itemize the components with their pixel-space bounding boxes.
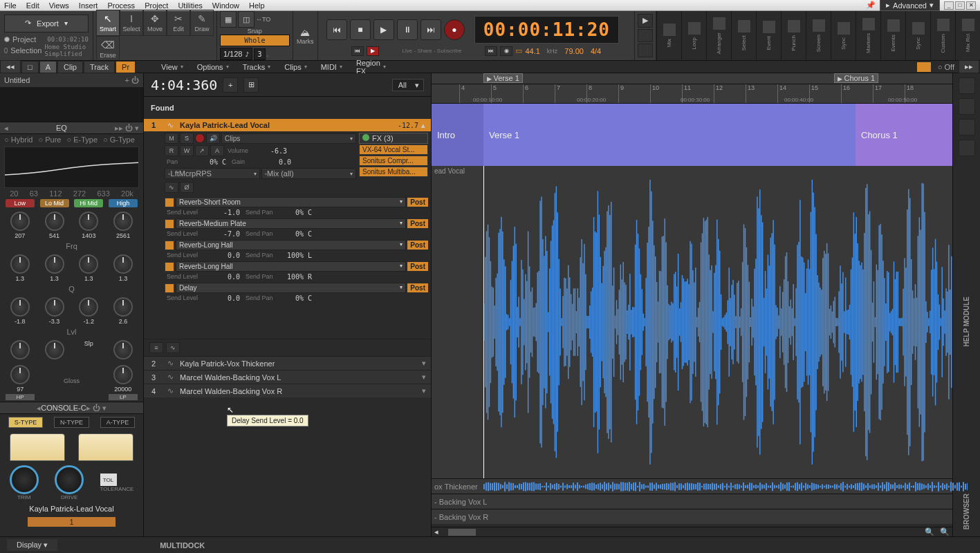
close-button[interactable]: ✕	[966, 1, 976, 10]
zoom-out-icon[interactable]: 🔍	[922, 527, 937, 536]
send-1-pan[interactable]: 0% C	[279, 229, 314, 238]
lp-knob[interactable]	[113, 365, 133, 384]
export-button[interactable]: ↷ Export ▾	[4, 15, 89, 32]
sub-rewind[interactable]: ⏮	[351, 46, 364, 56]
clips-menu[interactable]: Clips	[280, 62, 311, 73]
sub-end[interactable]: ⏭	[485, 46, 497, 56]
track-option-2[interactable]: ∿	[166, 342, 180, 353]
tab-track[interactable]: Track	[84, 61, 115, 73]
send-4-name[interactable]: Delay	[176, 283, 406, 293]
track-option-1[interactable]: ≡	[149, 342, 163, 353]
view-menu[interactable]: View	[157, 62, 187, 73]
send-0-post[interactable]: Post	[407, 198, 428, 207]
fx-header[interactable]: FX (3)	[359, 133, 428, 144]
zoom-in-icon[interactable]: 🔍	[937, 527, 952, 536]
console-type-s[interactable]: S-TYPE	[8, 417, 44, 428]
hscroll-left[interactable]: ◂	[432, 527, 441, 536]
eq-band-himid[interactable]: Hi Mid	[74, 199, 103, 207]
rewind-button[interactable]: ⏮	[326, 19, 347, 40]
module-arranger[interactable]: Arranger	[706, 11, 731, 60]
tool-draw[interactable]: ✎Draw	[190, 10, 214, 36]
marker-chorus1[interactable]: ▶ Chorus 1	[834, 73, 878, 83]
hscroll-thumb[interactable]	[448, 529, 476, 536]
send-2-post[interactable]: Post	[407, 241, 428, 250]
send-3-pan[interactable]: 100% R	[279, 272, 314, 281]
right-tool-2[interactable]	[959, 98, 975, 115]
add-track-button[interactable]: + ⏻	[125, 76, 139, 84]
menu-project[interactable]: Project	[145, 1, 168, 10]
module-select[interactable]: Select	[731, 11, 756, 60]
eq-knob-himid-q[interactable]	[79, 254, 98, 274]
console-type-a[interactable]: A-TYPE	[100, 417, 136, 428]
send-4-level[interactable]: 0.0	[207, 294, 242, 303]
play-button[interactable]: ▶	[373, 19, 394, 40]
eq-knob-slp1[interactable]	[10, 340, 30, 359]
eq-mode-gtype[interactable]: G-Type	[103, 135, 135, 144]
eq-mode-hybrid[interactable]: Hybrid	[4, 135, 33, 144]
tool-select[interactable]: ⅠSelect	[120, 10, 143, 36]
eq-knob-slp4[interactable]	[113, 340, 133, 359]
send-2-name[interactable]: Reverb-Long Hall	[176, 240, 406, 250]
track-filter[interactable]: All	[392, 79, 424, 91]
track-1-header[interactable]: 1 ∿ Kayla Patrick-Lead Vocal -12.7 ▴	[144, 119, 431, 131]
pan-value[interactable]: 0% C	[194, 158, 228, 167]
snap-whole[interactable]: Whole	[220, 35, 290, 46]
send-0-power[interactable]	[165, 198, 174, 207]
waveform-view-button[interactable]: ∿	[165, 182, 178, 193]
module-screen[interactable]: Screen	[806, 11, 831, 60]
menu-views[interactable]: Views	[49, 1, 69, 10]
export-project-radio[interactable]: Project	[12, 35, 36, 44]
module-custom[interactable]: Custom	[930, 11, 955, 60]
module-markers[interactable]: Markers	[856, 11, 880, 60]
volume-value[interactable]: -6.3	[255, 147, 289, 156]
mute-button[interactable]: M	[165, 133, 178, 144]
off-toggle[interactable]: ○ Off	[934, 63, 959, 71]
record-button[interactable]: ●	[444, 19, 465, 40]
eq-mode-pure[interactable]: Pure	[39, 135, 62, 144]
snap-resolution[interactable]: 1/128 ♪	[220, 48, 253, 60]
drive-knob[interactable]	[55, 465, 84, 494]
loop-play-button[interactable]: ▶	[638, 14, 653, 28]
send-3-level[interactable]: 0.0	[207, 272, 242, 281]
module-sync[interactable]: Sync	[831, 11, 856, 60]
midi-menu[interactable]: MIDI	[317, 62, 346, 73]
tool-smart[interactable]: ↖Smart	[96, 10, 120, 36]
section-verse1[interactable]: Verse 1	[483, 104, 856, 166]
playhead[interactable]	[483, 166, 484, 478]
mini-track-4[interactable]: - Backing Vox R	[432, 509, 952, 524]
tab-pr[interactable]: Pr	[115, 61, 136, 73]
fx-item-2[interactable]: Sonitus Compr...	[359, 156, 428, 166]
display-button[interactable]: Display ▾	[7, 539, 57, 551]
sample-rate[interactable]: 44.1	[525, 47, 539, 55]
eq-knob-high-freq[interactable]	[113, 212, 133, 231]
eq-band-low[interactable]: Low	[6, 199, 35, 207]
sub-play[interactable]: ▶	[367, 46, 379, 56]
eq-knob-low-lvl[interactable]	[10, 297, 30, 317]
send-4-pan[interactable]: 0% C	[279, 294, 314, 303]
right-tool-1[interactable]	[959, 77, 975, 94]
right-tool-4[interactable]	[959, 140, 975, 156]
send-1-power[interactable]	[165, 219, 174, 229]
send-3-name[interactable]: Reverb-Long Hall	[176, 261, 406, 272]
loop-mode-button[interactable]	[638, 29, 653, 43]
tool-edit[interactable]: ✂Edit	[167, 10, 190, 36]
marker-lane[interactable]: ▶ Verse 1 ▶ Chorus 1	[432, 73, 952, 84]
send-0-name[interactable]: Reverb-Short Room	[176, 197, 406, 207]
track-4[interactable]: 4∿ Marcel Walden-Backing Vox R▾	[144, 384, 431, 397]
send-0-pan[interactable]: 0% C	[279, 208, 314, 217]
right-tool-3[interactable]	[959, 119, 975, 135]
eq-knob-low-freq[interactable]	[10, 212, 30, 231]
trim-knob[interactable]	[10, 465, 39, 494]
send-3-power[interactable]	[165, 262, 174, 272]
section-intro[interactable]: Intro	[432, 104, 483, 166]
browser-label[interactable]: BROWSER	[963, 494, 970, 529]
help-module-label[interactable]: HELP MODULE	[963, 297, 970, 347]
audio-engine-button[interactable]: ◉	[500, 46, 512, 56]
track-3[interactable]: 3∿ Marcel Walden-Backing Vox L▾	[144, 370, 431, 384]
stop-button[interactable]: ■	[350, 19, 371, 40]
tab-nav-left[interactable]: ◂◂	[0, 60, 21, 73]
workspace-selector[interactable]: ▸ Advanced ▾	[880, 0, 940, 11]
fx-item-1[interactable]: VX-64 Vocal St...	[359, 144, 428, 155]
tol-button[interactable]: TOL	[100, 474, 117, 486]
snap-grid-button[interactable]: ▦	[220, 11, 237, 28]
